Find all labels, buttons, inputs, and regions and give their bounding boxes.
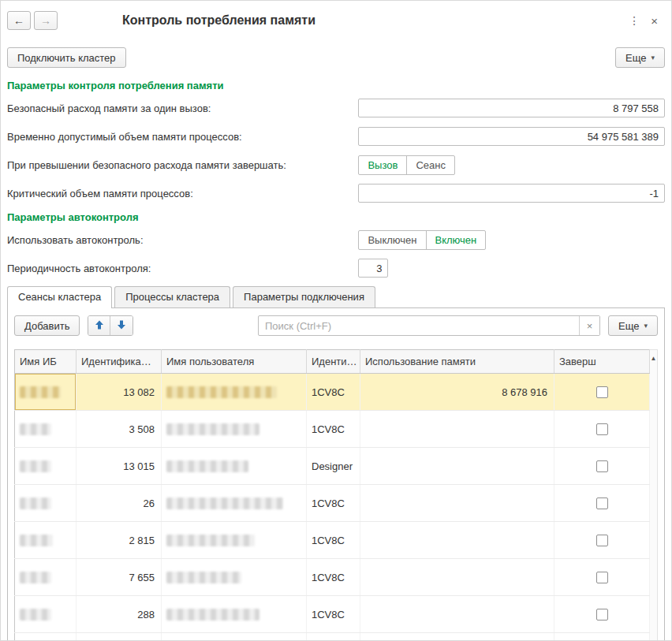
window-menu-button[interactable]: ⋮ (623, 14, 645, 27)
cell-session-id: 13 015 (77, 448, 162, 485)
tab-connection-params[interactable]: Параметры подключения (233, 286, 375, 307)
critical-label: Критический объем памяти процессов: (7, 188, 358, 199)
autocontrol-toggle: Выключен Включен (358, 230, 486, 250)
terminate-checkbox[interactable] (596, 460, 608, 472)
search-box: × (258, 315, 600, 336)
cell-session-id: 26 (77, 485, 162, 522)
column-header-user[interactable]: Имя пользователя (162, 350, 307, 374)
toggle-option-off[interactable]: Выключен (359, 231, 426, 249)
use-autocontrol-label: Использовать автоконтроль: (7, 234, 358, 246)
forward-button[interactable]: → (34, 11, 58, 30)
column-header-infobase[interactable]: Имя ИБ (15, 350, 77, 374)
table-header-row: Имя ИБ Идентифика… Имя пользователя Иден… (15, 350, 650, 374)
cell-session-id: 13 082 (77, 374, 162, 411)
column-header-id[interactable]: Идентифика… (77, 350, 162, 374)
cell-session-id (77, 633, 162, 641)
move-down-button[interactable] (110, 316, 133, 335)
redacted-user-name (166, 498, 283, 509)
table-row[interactable]: 288 1CV8C (15, 596, 650, 633)
more-button[interactable]: Еще ▾ (615, 47, 665, 68)
cell-app: 1CV8C (307, 374, 360, 411)
terminate-checkbox[interactable] (596, 609, 608, 621)
safe-call-input[interactable] (358, 99, 665, 117)
page-title: Контроль потребления памяти (122, 13, 315, 28)
move-up-button[interactable] (88, 316, 110, 335)
period-label: Периодичность автоконтроля: (7, 263, 358, 274)
redacted-infobase-name (20, 386, 61, 398)
forward-arrow-icon: → (40, 14, 51, 27)
tab-cluster-processes[interactable]: Процессы кластера (114, 286, 230, 307)
column-header-memory[interactable]: Использование памяти (360, 350, 554, 374)
redacted-user-name (166, 386, 277, 398)
temp-allowed-input[interactable] (358, 127, 665, 146)
redacted-infobase-name (20, 423, 51, 435)
cell-app: 1CV8C (307, 411, 360, 448)
redacted-infobase-name (20, 460, 51, 472)
sessions-table: Имя ИБ Идентифика… Имя пользователя Иден… (14, 349, 650, 641)
tab-cluster-sessions[interactable]: Сеансы кластера (7, 286, 112, 307)
list-more-button[interactable]: Еще ▾ (608, 315, 658, 336)
terminate-checkbox[interactable] (596, 423, 608, 435)
list-more-label: Еще (618, 320, 639, 332)
terminate-checkbox[interactable] (596, 386, 608, 398)
arrow-down-icon (117, 320, 126, 332)
terminate-checkbox[interactable] (596, 498, 608, 509)
search-clear-button[interactable]: × (579, 316, 599, 335)
table-row[interactable]: 13 082 1CV8C 8 678 916 (15, 374, 650, 411)
cell-memory: 8 678 916 (360, 374, 554, 411)
back-arrow-icon: ← (13, 14, 24, 27)
table-row[interactable]: 2 678 916 (15, 633, 650, 641)
column-header-app[interactable]: Иденти… (307, 350, 360, 374)
back-button[interactable]: ← (7, 11, 31, 30)
add-label: Добавить (24, 320, 69, 332)
add-button[interactable]: Добавить (14, 315, 80, 336)
table-scrollbar[interactable]: ▲ (650, 349, 658, 641)
toggle-option-call[interactable]: Вызов (359, 156, 407, 174)
critical-input[interactable] (358, 184, 665, 203)
cell-memory (360, 411, 554, 448)
form-row-safe-call: Безопасный расход памяти за один вызов: (7, 98, 665, 118)
cell-app: 1CV8C (307, 485, 360, 522)
table-row[interactable]: 26 1CV8C (15, 485, 650, 522)
form-row-exceed-action: При превышении безопасного расхода памят… (7, 155, 665, 175)
cell-app: 1CV8C (307, 596, 360, 633)
cell-memory (360, 448, 554, 485)
terminate-checkbox[interactable] (596, 572, 608, 583)
cell-session-id: 288 (77, 596, 162, 633)
cell-app: 1CV8C (307, 522, 360, 559)
close-button[interactable]: × (645, 14, 663, 28)
chevron-down-icon: ▾ (651, 54, 655, 61)
section-title-memory-control: Параметры контроля потребления памяти (7, 80, 665, 91)
connect-cluster-label: Подключить кластер (17, 52, 116, 64)
list-toolbar: Добавить × (14, 315, 658, 337)
cell-memory (360, 485, 554, 522)
tab-strip: Сеансы кластера Процессы кластера Параме… (7, 286, 665, 308)
table-row[interactable]: 2 815 1CV8C (15, 522, 650, 559)
toggle-option-session[interactable]: Сеанс (407, 156, 454, 174)
table-row[interactable]: 3 508 1CV8C (15, 411, 650, 448)
top-toolbar: Подключить кластер Еще ▾ (7, 47, 665, 69)
terminate-checkbox[interactable] (596, 535, 608, 546)
cell-session-id: 2 815 (77, 522, 162, 559)
sessions-panel: Добавить × (7, 308, 665, 641)
redacted-user-name (166, 609, 259, 621)
cell-session-id: 7 655 (77, 559, 162, 596)
column-header-terminate[interactable]: Заверш (554, 350, 650, 374)
search-input[interactable] (259, 317, 579, 334)
table-row[interactable]: 7 655 1CV8C (15, 559, 650, 596)
form-row-critical: Критический объем памяти процессов: (7, 183, 665, 203)
scroll-up-icon[interactable]: ▲ (651, 350, 657, 362)
redacted-infobase-name (20, 535, 53, 546)
safe-call-label: Безопасный расход памяти за один вызов: (7, 102, 358, 114)
redacted-user-name (166, 460, 248, 472)
chevron-down-icon: ▾ (644, 322, 648, 330)
section-title-autocontrol: Параметры автоконтроля (7, 211, 665, 223)
redacted-infobase-name (20, 498, 51, 509)
period-input[interactable] (358, 259, 388, 278)
more-label: Еще (625, 52, 646, 64)
connect-cluster-button[interactable]: Подключить кластер (7, 47, 126, 68)
cell-app (307, 633, 360, 641)
table-row[interactable]: 13 015 Designer (15, 448, 650, 485)
cell-app: 1CV8C (307, 559, 360, 596)
toggle-option-on[interactable]: Включен (427, 231, 486, 249)
